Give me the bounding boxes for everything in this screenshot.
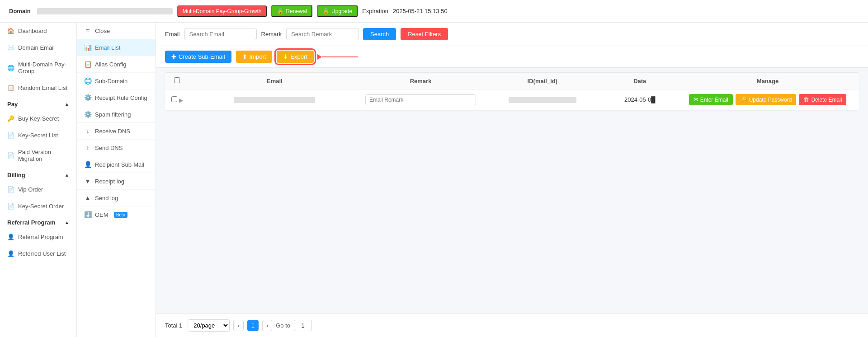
- spam-icon: ⚙️: [84, 111, 91, 118]
- email-search-input[interactable]: [184, 28, 257, 40]
- alias-icon: 📋: [84, 61, 91, 68]
- oem-icon: ⬇️: [84, 211, 91, 218]
- send-dns-icon: ↑: [84, 144, 91, 151]
- sub-sidebar-oem[interactable]: ⬇️ OEM Beta: [77, 206, 156, 223]
- th-id: ID(mail_id): [481, 73, 603, 89]
- trash-icon: 🗑: [803, 96, 809, 103]
- sidebar-item-dashboard[interactable]: 🏠 Dashboard: [0, 23, 76, 39]
- export-arrow-annotation: [317, 54, 358, 60]
- goto-input[interactable]: [294, 320, 312, 331]
- content-area: Email Remark Search Reset Filters ✚ ✚ Cr…: [156, 23, 868, 337]
- delete-email-button[interactable]: 🗑 Delete Email: [799, 94, 846, 105]
- sidebar-section-referral: Referral Program ▲: [0, 215, 76, 229]
- sidebar-item-multi-domain[interactable]: 🌐 Multi-Domain Pay-Group: [0, 56, 76, 80]
- th-data: Data: [603, 73, 676, 89]
- sub-sidebar: ≡ Close 📊 Email List 📋 Alias Config 🌐 Su…: [77, 23, 156, 337]
- sub-sidebar-alias-config[interactable]: 📋 Alias Config: [77, 56, 156, 73]
- row-date-cell: 2024-05-0█: [603, 89, 676, 110]
- email-table: Email Remark ID(mail_id) Data Manage: [165, 72, 859, 110]
- multi-domain-badge[interactable]: Multi-Domain Pay-Group-Growth: [177, 5, 267, 17]
- domain-label: Domain: [9, 8, 31, 14]
- doc-icon: 📄: [7, 132, 14, 139]
- chevron-up-billing-icon: ▲: [65, 173, 69, 178]
- page-size-select[interactable]: 10/page 20/page 50/page 100/page: [188, 319, 230, 332]
- renewal-button[interactable]: 🔒 🔒 Renewal Renewal: [271, 5, 312, 17]
- import-button[interactable]: ⬆ Import: [236, 51, 273, 63]
- sub-sidebar-send-dns[interactable]: ↑ Send DNS: [77, 140, 156, 156]
- enter-email-button[interactable]: ✉ Enter Email: [689, 94, 733, 105]
- sub-sidebar-close[interactable]: ≡ Close: [77, 23, 156, 39]
- create-sub-email-button[interactable]: ✚ ✚ Create Sub-Email Create Sub-Email: [165, 51, 231, 63]
- upgrade-button[interactable]: 🔒 Upgrade: [317, 5, 358, 17]
- select-all-checkbox[interactable]: [174, 77, 180, 83]
- sub-sidebar-receive-dns[interactable]: ↓ Receive DNS: [77, 123, 156, 140]
- receive-dns-icon: ↓: [84, 127, 91, 135]
- sub-sidebar-subdomain-label: Sub-Domain: [95, 78, 127, 84]
- table-header-row: Email Remark ID(mail_id) Data Manage: [165, 73, 859, 89]
- sidebar-item-random-email[interactable]: 📋 Random Email List: [0, 80, 76, 96]
- beta-badge: Beta: [114, 212, 128, 218]
- sub-sidebar-receipt-log[interactable]: ▼ Receipt log: [77, 173, 156, 190]
- sub-sidebar-email-list-label: Email List: [95, 44, 120, 51]
- sidebar-item-referred-user[interactable]: 👤 Referred User List: [0, 245, 76, 262]
- plus-icon: ✚: [171, 53, 176, 60]
- receipt-log-icon: ▼: [84, 178, 91, 185]
- expiration-value: 2025-05-21 15:13:50: [393, 8, 448, 14]
- sub-sidebar-recipient-sub-mail[interactable]: 👤 Recipient Sub-Mail: [77, 156, 156, 173]
- sub-sidebar-send-log[interactable]: ▲ Send log: [77, 190, 156, 206]
- search-button[interactable]: Search: [363, 28, 396, 40]
- export-button[interactable]: ⬇ Export: [277, 51, 314, 63]
- sidebar-item-referral-program[interactable]: 👤 Referral Program: [0, 229, 76, 245]
- sidebar-item-buy-key[interactable]: 🔑 Buy Key-Secret: [0, 110, 76, 127]
- sub-sidebar-spam[interactable]: ⚙️ Spam filtering: [77, 106, 156, 123]
- th-remark: Remark: [360, 73, 481, 89]
- user-icon: 👤: [7, 234, 14, 240]
- update-password-button[interactable]: 🔑 Update Password: [736, 94, 797, 105]
- main-layout: 🏠 Dashboard ✉️ Domain Email 🌐 Multi-Doma…: [0, 23, 868, 337]
- sub-sidebar-receipt-log-label: Receipt log: [95, 178, 124, 185]
- sidebar-item-key-order[interactable]: 📄 Key-Secret Order: [0, 198, 76, 215]
- sub-sidebar-email-list[interactable]: 📊 Email List: [77, 39, 156, 56]
- migration-icon: 📄: [7, 152, 14, 159]
- sidebar-label-referral-section: Referral Program: [7, 219, 55, 226]
- email-blurred: [234, 97, 315, 103]
- sidebar-item-domain-email[interactable]: ✉️ Domain Email: [0, 39, 76, 56]
- reset-filters-button[interactable]: Reset Filters: [401, 28, 448, 40]
- sub-sidebar-recipient-label: Recipient Sub-Mail: [95, 161, 144, 168]
- sidebar-label-key-list: Key-Secret List: [18, 132, 58, 139]
- upload-icon: ⬆: [242, 53, 247, 60]
- sidebar-item-vip-order[interactable]: 📄 Vip Order: [0, 181, 76, 198]
- sidebar-item-paid-migration[interactable]: 📄 Paid Version Migration: [0, 144, 76, 167]
- sidebar-label-dashboard: Dashboard: [18, 28, 47, 34]
- sidebar-section-billing: Billing ▲: [0, 167, 76, 181]
- total-label: Total 1: [165, 322, 182, 329]
- row-expand-button[interactable]: ▶: [179, 97, 183, 103]
- home-icon: 🏠: [7, 28, 14, 34]
- current-page-button[interactable]: 1: [247, 320, 259, 331]
- table-row: ▶ 2024-05-0█: [165, 89, 859, 110]
- sub-sidebar-sub-domain[interactable]: 🌐 Sub-Domain: [77, 73, 156, 89]
- globe-icon: 🌐: [7, 65, 14, 71]
- sub-sidebar-send-log-label: Send log: [95, 195, 118, 201]
- id-blurred: [509, 97, 576, 103]
- sidebar-label-buy-key: Buy Key-Secret: [18, 115, 59, 122]
- goto-label: Go to: [276, 322, 290, 329]
- key-icon: 🔑: [7, 115, 14, 122]
- lock-icon-upgrade: 🔒: [322, 8, 330, 14]
- row-email-cell: [189, 89, 360, 110]
- expiration-label: Expiration: [362, 8, 388, 14]
- sidebar-label-multi-domain: Multi-Domain Pay-Group: [18, 61, 69, 75]
- remark-search-input[interactable]: [286, 28, 359, 40]
- email-remark-input[interactable]: [365, 94, 476, 105]
- chart-icon: 📊: [84, 44, 91, 51]
- row-date-value: 2024-05-0█: [624, 96, 655, 103]
- sidebar-item-key-list[interactable]: 📄 Key-Secret List: [0, 127, 76, 144]
- th-email: Email: [189, 73, 360, 89]
- key-update-icon: 🔑: [740, 96, 747, 103]
- remark-filter-label: Remark: [261, 31, 282, 37]
- sub-sidebar-receipt-rule[interactable]: ⚙️ Receipt Rule Config: [77, 89, 156, 106]
- next-page-button[interactable]: ›: [262, 320, 272, 331]
- prev-page-button[interactable]: ‹: [233, 320, 243, 331]
- row-checkbox[interactable]: [171, 96, 177, 102]
- lock-icon: 🔒: [277, 8, 284, 14]
